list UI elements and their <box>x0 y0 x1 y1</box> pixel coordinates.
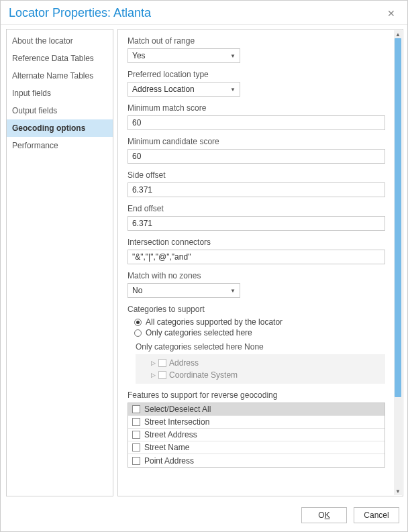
scroll-up-icon: ▲ <box>394 30 402 38</box>
reverse-row-street-address[interactable]: Street Address <box>128 429 385 441</box>
reverse-row-label: Street Name <box>144 443 189 452</box>
dialog-footer: OK Cancel <box>1 500 407 531</box>
tree-item-coordinate-system[interactable]: ▷ Coordinate System <box>138 369 382 381</box>
reverse-row-label: Street Intersection <box>144 417 209 427</box>
cancel-button[interactable]: Cancel <box>354 507 399 523</box>
reverse-features-table: Select/Deselect All Street Intersection … <box>128 403 385 468</box>
side-offset-label: Side offset <box>128 170 385 180</box>
tree-expand-icon: ▷ <box>150 372 156 378</box>
reverse-select-all-row[interactable]: Select/Deselect All <box>128 403 385 416</box>
checkbox-icon <box>132 405 140 413</box>
categories-tree: ▷ Address ▷ Coordinate System <box>136 354 385 384</box>
chevron-down-icon: ▼ <box>230 87 236 93</box>
chevron-down-icon: ▼ <box>230 53 236 59</box>
locator-properties-dialog: Locator Properties: Atlanta ✕ About the … <box>0 0 408 532</box>
categories-radio-selected-label: Only categories selected here <box>146 328 252 337</box>
minimum-candidate-score-input[interactable] <box>128 149 385 164</box>
vertical-scrollbar[interactable]: ▲ ▼ <box>394 30 402 495</box>
checkbox-icon <box>132 431 140 439</box>
sidebar-item-performance[interactable]: Performance <box>7 137 113 154</box>
ok-button-prefix: O <box>318 511 324 520</box>
minimum-candidate-score-label: Minimum candidate score <box>128 137 385 146</box>
match-no-zones-label: Match with no zones <box>128 271 385 280</box>
checkbox-icon <box>158 359 166 367</box>
sidebar-item-geocoding-options[interactable]: Geocoding options <box>7 119 113 137</box>
categories-radio-all-label: All categories supported by the locator <box>146 317 283 327</box>
preferred-location-type-label: Preferred location type <box>128 70 385 79</box>
dialog-body: About the locator Reference Data Tables … <box>1 25 407 500</box>
tree-item-address[interactable]: ▷ Address <box>138 357 382 369</box>
scroll-down-icon: ▼ <box>394 487 402 495</box>
categories-radio-selected-row[interactable]: Only categories selected here <box>134 327 385 338</box>
end-offset-label: End offset <box>128 204 385 213</box>
sidebar: About the locator Reference Data Tables … <box>6 29 113 496</box>
close-icon[interactable]: ✕ <box>383 7 399 20</box>
categories-label: Categories to support <box>128 305 385 314</box>
minimum-match-score-label: Minimum match score <box>128 103 385 113</box>
side-offset-input[interactable] <box>128 182 385 197</box>
match-out-of-range-label: Match out of range <box>128 36 385 46</box>
checkbox-icon <box>158 371 166 379</box>
ok-button-underline: K <box>325 511 330 520</box>
ok-button[interactable]: OK <box>301 507 347 523</box>
sidebar-item-reference-data[interactable]: Reference Data Tables <box>7 50 113 67</box>
intersection-connectors-label: Intersection connectors <box>128 237 385 247</box>
sidebar-item-input-fields[interactable]: Input fields <box>7 85 113 102</box>
reverse-select-all-label: Select/Deselect All <box>144 405 211 414</box>
match-no-zones-select[interactable]: No ▼ <box>128 283 240 298</box>
match-no-zones-value: No <box>132 286 142 295</box>
tree-item-label: Coordinate System <box>169 370 238 380</box>
tree-expand-icon: ▷ <box>150 360 156 366</box>
categories-selected-here-label: Only categories selected here None <box>136 342 385 352</box>
match-out-of-range-select[interactable]: Yes ▼ <box>128 48 240 63</box>
scrollbar-thumb[interactable] <box>395 38 401 397</box>
match-out-of-range-value: Yes <box>132 51 146 60</box>
reverse-row-label: Street Address <box>144 430 197 439</box>
intersection-connectors-input[interactable] <box>128 250 385 264</box>
end-offset-input[interactable] <box>128 216 385 231</box>
chevron-down-icon: ▼ <box>230 288 236 294</box>
radio-icon <box>134 329 142 337</box>
sidebar-item-output-fields[interactable]: Output fields <box>7 102 113 119</box>
reverse-row-point-address[interactable]: Point Address <box>128 454 385 467</box>
checkbox-icon <box>132 457 140 465</box>
reverse-row-label: Point Address <box>144 456 194 466</box>
checkbox-icon <box>132 418 140 426</box>
categories-radio-all-row[interactable]: All categories supported by the locator <box>134 317 385 327</box>
tree-item-label: Address <box>169 358 199 368</box>
sidebar-item-about[interactable]: About the locator <box>7 32 113 50</box>
titlebar: Locator Properties: Atlanta ✕ <box>1 1 407 25</box>
reverse-row-street-name[interactable]: Street Name <box>128 441 385 454</box>
sidebar-item-alternate-names[interactable]: Alternate Name Tables <box>7 67 113 85</box>
scrollbar-track <box>395 38 401 487</box>
minimum-match-score-input[interactable] <box>128 115 385 130</box>
preferred-location-type-select[interactable]: Address Location ▼ <box>128 82 240 97</box>
checkbox-icon <box>132 443 140 451</box>
reverse-label: Features to support for reverse geocodin… <box>128 390 385 400</box>
form-area: Match out of range Yes ▼ Preferred locat… <box>118 30 393 496</box>
radio-icon <box>134 319 142 326</box>
dialog-title: Locator Properties: Atlanta <box>9 6 151 20</box>
main-panel: Match out of range Yes ▼ Preferred locat… <box>117 29 403 496</box>
reverse-row-street-intersection[interactable]: Street Intersection <box>128 416 385 429</box>
preferred-location-type-value: Address Location <box>132 85 195 94</box>
